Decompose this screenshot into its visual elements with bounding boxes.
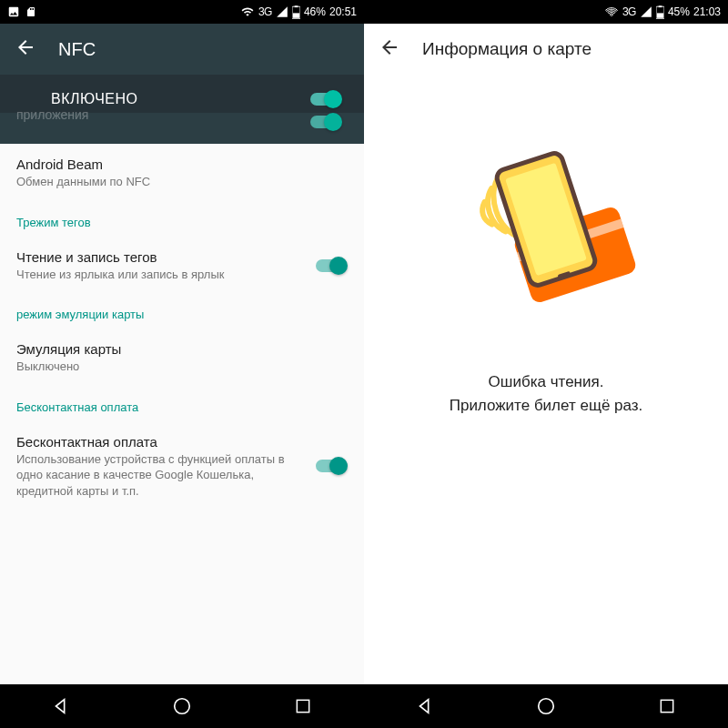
battery-icon [656,5,664,19]
nav-home-icon[interactable] [171,695,193,717]
navbar [0,684,364,728]
wifi-icon [604,5,619,18]
previous-item-peek: приложения [0,113,364,144]
item-tags-rw[interactable]: Чтение и запись тегов Чтение из ярлыка и… [0,237,364,296]
nfc-illustration [446,138,646,320]
wifi-icon [240,5,255,18]
section-emulation: режим эмуляции карты [0,295,364,329]
section-tags: Трежим тегов [0,203,364,237]
svg-point-3 [175,699,190,714]
pay-toggle[interactable] [315,457,348,475]
nav-back-icon[interactable] [50,695,72,717]
appbar: Информация о карте [364,24,728,75]
svg-rect-6 [659,5,662,7]
item-android-beam[interactable]: Android Beam Обмен данными по NFC [0,144,364,203]
status-time: 21:03 [693,5,721,18]
svg-rect-1 [295,5,298,7]
navbar [364,684,728,728]
battery-percent: 46% [304,5,326,18]
nav-recents-icon[interactable] [656,695,678,717]
phone-icon [492,148,601,290]
back-icon[interactable] [379,36,400,62]
nav-back-icon[interactable] [414,695,436,717]
nav-recents-icon[interactable] [292,695,314,717]
enabled-label: ВКЛЮЧЕНО [51,91,137,107]
status-bar: 3G 46% 20:51 [0,0,364,24]
nav-home-icon[interactable] [535,695,557,717]
signal-icon [276,5,288,18]
network-type: 3G [622,5,636,18]
appbar-title: Информация о карте [422,39,592,59]
sd-icon [25,5,36,18]
signal-icon [640,5,652,18]
left-screen: 3G 46% 20:51 NFC ВКЛЮЧЕНО приложения And… [0,0,364,728]
settings-list: Android Beam Обмен данными по NFC Трежим… [0,144,364,684]
appbar-title: NFC [58,39,96,60]
error-message: Ошибка чтения. Приложите билет ещё раз. [450,370,643,417]
section-payment: Бесконтактная оплата [0,388,364,421]
svg-rect-9 [662,700,673,712]
battery-icon [292,5,300,19]
svg-rect-4 [298,700,309,712]
content: Ошибка чтения. Приложите билет ещё раз. [364,75,728,684]
svg-point-8 [539,699,554,714]
status-time: 20:51 [329,5,357,18]
peek-toggle[interactable] [309,113,342,131]
right-screen: 3G 45% 21:03 Информация о карте [364,0,728,728]
item-contactless-pay[interactable]: Бесконтактная оплата Использование устро… [0,421,364,512]
battery-percent: 45% [668,5,690,18]
back-icon[interactable] [15,36,36,62]
nfc-master-toggle[interactable] [309,90,342,108]
network-type: 3G [258,5,272,18]
status-bar: 3G 45% 21:03 [364,0,728,24]
item-card-emulation[interactable]: Эмуляция карты Выключено [0,329,364,388]
svg-rect-2 [293,13,299,17]
svg-rect-7 [657,13,663,17]
image-icon [7,5,20,18]
tags-rw-toggle[interactable] [315,257,348,275]
